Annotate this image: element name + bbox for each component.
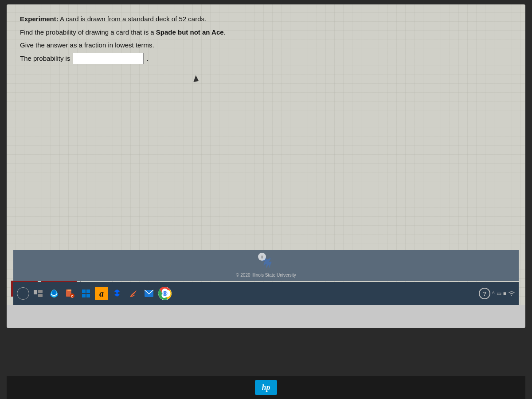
question-line3: Give the answer as a fraction in lowest … bbox=[20, 39, 512, 51]
svg-rect-12 bbox=[82, 294, 86, 297]
svg-rect-10 bbox=[82, 289, 86, 293]
hp-area: hp bbox=[7, 376, 525, 399]
display-icon[interactable]: ▭ bbox=[497, 290, 501, 297]
experiment-label: Experiment: bbox=[20, 15, 59, 23]
taskbar: C a bbox=[13, 282, 519, 305]
chrome-icon[interactable] bbox=[158, 286, 172, 301]
probability-label: The probability is bbox=[20, 55, 70, 62]
svg-point-5 bbox=[52, 290, 56, 295]
swift-icon[interactable] bbox=[126, 286, 140, 301]
svg-rect-1 bbox=[38, 290, 43, 293]
edge-icon[interactable] bbox=[47, 286, 61, 301]
info-icon: i bbox=[258, 253, 266, 261]
university-text: © 2020 Illinois State University bbox=[236, 273, 296, 278]
svg-text:C: C bbox=[71, 294, 74, 298]
svg-point-20 bbox=[164, 292, 166, 295]
file-icon[interactable]: C bbox=[63, 286, 77, 301]
laptop-shell: Experiment: A card is drawn from a stand… bbox=[0, 0, 532, 399]
svg-marker-15 bbox=[114, 289, 120, 293]
svg-rect-11 bbox=[86, 289, 90, 293]
screen: Experiment: A card is drawn from a stand… bbox=[7, 4, 525, 328]
amazon-icon[interactable]: a bbox=[95, 287, 108, 300]
up-chevron-icon[interactable]: ^ bbox=[492, 290, 495, 297]
start-button[interactable] bbox=[17, 287, 29, 300]
battery-icon[interactable]: ■ bbox=[503, 290, 506, 297]
svg-rect-0 bbox=[34, 290, 37, 294]
svg-rect-2 bbox=[38, 294, 43, 297]
windows-icon bbox=[18, 288, 28, 299]
line2-start: Find the probability of drawing a card t… bbox=[20, 28, 156, 36]
hp-logo: hp bbox=[255, 380, 277, 395]
svg-rect-13 bbox=[86, 294, 90, 297]
line2-end: . bbox=[224, 28, 226, 36]
cursor bbox=[192, 75, 199, 82]
watermark-area: i © 2020 Illinois State University bbox=[13, 250, 519, 281]
line2-bold: Spade but not an Ace bbox=[156, 28, 224, 36]
mail-icon[interactable] bbox=[142, 286, 156, 301]
experiment-text: A card is drawn from a standard deck of … bbox=[60, 15, 206, 23]
apps-icon[interactable] bbox=[79, 286, 93, 301]
question-line2: Find the probability of drawing a card t… bbox=[20, 27, 512, 38]
experiment-line: Experiment: A card is drawn from a stand… bbox=[20, 13, 512, 25]
svg-rect-7 bbox=[67, 289, 71, 291]
probability-input[interactable] bbox=[73, 53, 144, 64]
probability-line: The probability is . bbox=[20, 53, 512, 64]
probability-suffix: . bbox=[146, 55, 148, 62]
help-icon[interactable]: ? bbox=[479, 288, 490, 299]
network-icon[interactable] bbox=[508, 290, 515, 297]
dropbox-icon[interactable] bbox=[110, 286, 124, 301]
taskview-icon[interactable] bbox=[31, 286, 45, 301]
